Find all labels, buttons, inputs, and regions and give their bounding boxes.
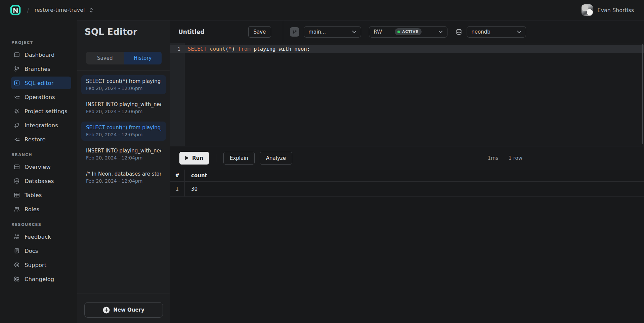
compute-select[interactable]: RW ACTIVE — [369, 26, 447, 38]
sidebar-item-label: Branches — [25, 66, 50, 72]
user-name: Evan Shortiss — [597, 7, 634, 13]
sidebar-item-label: Databases — [25, 178, 54, 184]
query-time: 1ms — [487, 155, 498, 161]
run-button[interactable]: Run — [179, 152, 209, 165]
history-query: INSERT INTO playing_with_neon(... — [86, 101, 161, 107]
sidebar-item-changelog[interactable]: Changelog — [11, 273, 71, 285]
sidebar-section-project: PROJECT — [11, 40, 77, 45]
database-select[interactable]: neondb — [467, 26, 526, 38]
sidebar-item-feedback[interactable]: Feedback — [11, 230, 71, 243]
analyze-button[interactable]: Analyze — [260, 152, 292, 165]
query-title[interactable]: Untitled — [178, 29, 205, 35]
results-header-row: # count — [170, 170, 644, 182]
neon-console: / restore-time-travel Evan Shortiss PROJ… — [0, 0, 644, 323]
sidebar-item-restore[interactable]: Restore — [11, 133, 71, 146]
tab-saved[interactable]: Saved — [86, 52, 124, 64]
line-number: 1 — [170, 46, 185, 52]
history-timestamp: Feb 20, 2024 - 12:04pm — [86, 178, 161, 184]
sidebar-item-branches[interactable]: Branches — [11, 62, 71, 75]
sidebar-item-label: Feedback — [25, 234, 51, 240]
sidebar-item-integrations[interactable]: Integrations — [11, 119, 71, 132]
results-header-count: count — [185, 170, 207, 181]
branch-select[interactable]: main... — [304, 26, 361, 38]
sidebar-item-docs[interactable]: Docs — [11, 244, 71, 257]
integrations-icon — [13, 122, 20, 129]
sidebar-item-support[interactable]: Support — [11, 259, 71, 271]
chevron-down-icon — [438, 31, 443, 33]
gear-icon — [13, 108, 20, 114]
user-menu[interactable]: Evan Shortiss — [582, 4, 634, 16]
results-table: # count 1 30 — [170, 170, 644, 323]
sidebar-item-tables[interactable]: Tables — [11, 189, 71, 201]
sidebar-item-label: Support — [25, 262, 46, 268]
branch-select-value: main... — [308, 29, 326, 35]
body: PROJECT Dashboard Branches SQL editor — [0, 20, 644, 323]
history-item[interactable]: INSERT INTO playing_with_neon(... Feb 20… — [81, 98, 166, 118]
database-icon — [455, 28, 463, 36]
lifebuoy-icon — [13, 262, 20, 268]
sidebar-item-sql-editor[interactable]: SQL editor — [11, 77, 71, 89]
branch-icon-button[interactable] — [290, 27, 299, 37]
save-button[interactable]: Save — [248, 26, 271, 38]
sidebar-item-roles[interactable]: Roles — [11, 203, 71, 216]
sidebar-item-label: Operations — [25, 94, 55, 100]
code-editor[interactable]: 1 SELECT count(*) from playing_with_neon… — [170, 43, 644, 146]
docs-icon — [13, 247, 20, 254]
line-number-gutter — [170, 43, 185, 146]
editor-scrollbar[interactable] — [642, 44, 643, 144]
history-item[interactable]: /* In Neon, databases are stored ... Feb… — [81, 168, 166, 187]
table-icon — [13, 192, 20, 198]
sql-editor-panel: SQL Editor Saved History SELECT count(*)… — [77, 20, 170, 323]
neon-logo[interactable] — [10, 5, 21, 15]
sidebar-item-label: Docs — [25, 248, 38, 254]
history-item[interactable]: SELECT count(*) from playing_wit... Feb … — [81, 75, 166, 94]
project-switcher-icon[interactable] — [89, 7, 94, 13]
sidebar-item-databases[interactable]: Databases — [11, 175, 71, 187]
sidebar-item-label: Restore — [25, 136, 46, 143]
branches-icon — [13, 65, 20, 72]
panel-footer: New Query — [77, 293, 170, 323]
sidebar-item-dashboard[interactable]: Dashboard — [11, 48, 71, 61]
breadcrumb-project-name[interactable]: restore-time-travel — [35, 7, 85, 13]
breadcrumb-separator: / — [27, 6, 29, 14]
sidebar-item-project-settings[interactable]: Project settings — [11, 105, 71, 118]
database-select-value: neondb — [471, 29, 490, 35]
history-timestamp: Feb 20, 2024 - 12:06pm — [86, 109, 161, 114]
query-tabs: Saved History — [77, 43, 170, 71]
tab-history[interactable]: History — [124, 52, 162, 64]
sidebar-item-label: Integrations — [25, 122, 58, 129]
row-count: 1 row — [508, 155, 522, 161]
sidebar-item-operations[interactable]: Operations — [11, 91, 71, 103]
history-query: SELECT count(*) from playing_wit... — [86, 125, 161, 131]
changelog-icon — [13, 276, 20, 282]
compute-status-label: ACTIVE — [402, 30, 418, 34]
history-item-selected[interactable]: SELECT count(*) from playing_wit... Feb … — [81, 122, 166, 141]
sidebar-item-label: Dashboard — [25, 52, 55, 58]
sidebar-item-label: Overview — [25, 164, 51, 170]
code-line-current[interactable]: 1 SELECT count(*) from playing_with_neon… — [170, 45, 644, 53]
topbar: / restore-time-travel Evan Shortiss — [0, 0, 644, 20]
sidebar-item-label: Changelog — [25, 276, 54, 282]
results-header-index: # — [170, 170, 185, 181]
sidebar-item-label: Tables — [25, 192, 42, 198]
sidebar-section-resources: RESOURCES — [11, 222, 77, 227]
explain-button[interactable]: Explain — [223, 152, 255, 165]
history-query: INSERT INTO playing_with_neon(... — [86, 148, 161, 154]
editor-header: Untitled Save main... RW ACTIVE — [170, 20, 644, 43]
avatar[interactable] — [582, 4, 593, 16]
compute-select-value: RW — [374, 29, 382, 35]
new-query-label: New Query — [113, 307, 144, 313]
run-label: Run — [192, 155, 203, 161]
header-divider — [283, 20, 283, 43]
sidebar-item-overview[interactable]: Overview — [11, 160, 71, 173]
results-row-index: 1 — [170, 182, 185, 196]
sidebar-item-label: SQL editor — [25, 80, 53, 86]
chevron-down-icon — [352, 31, 356, 33]
database-icon — [13, 178, 20, 184]
plus-circle-icon — [103, 307, 110, 314]
results-data-row[interactable]: 1 30 — [170, 182, 644, 197]
history-item[interactable]: INSERT INTO playing_with_neon(... Feb 20… — [81, 145, 166, 164]
history-timestamp: Feb 20, 2024 - 12:06pm — [86, 86, 161, 91]
new-query-button[interactable]: New Query — [84, 302, 163, 318]
chevron-down-icon — [517, 31, 521, 33]
